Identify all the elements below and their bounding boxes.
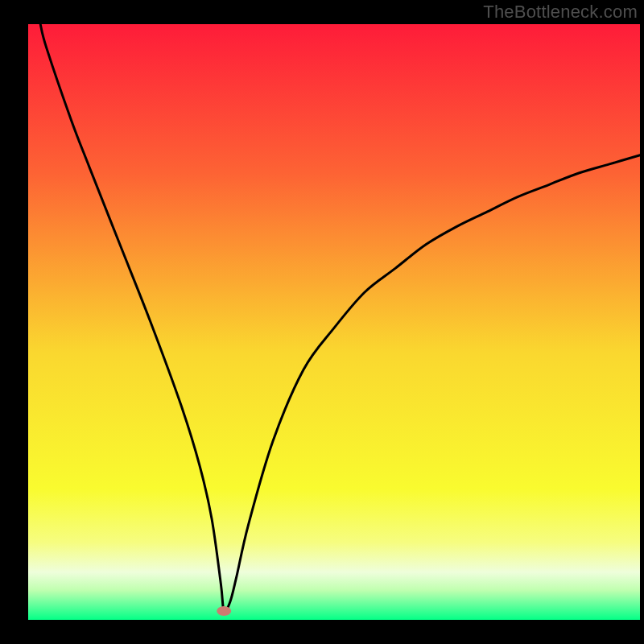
watermark-text: TheBottleneck.com — [483, 2, 638, 23]
chart-svg — [0, 0, 644, 644]
minimum-marker — [217, 606, 231, 616]
chart-frame: TheBottleneck.com — [0, 0, 644, 644]
plot-background — [28, 24, 640, 620]
